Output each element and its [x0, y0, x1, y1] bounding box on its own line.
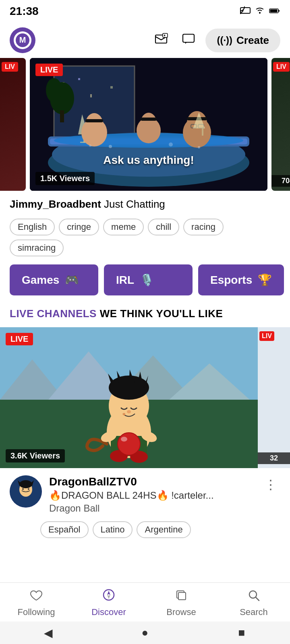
back-button[interactable]: ◀	[36, 625, 60, 641]
stream-category: Just Chatting	[104, 198, 165, 210]
svg-point-77	[22, 488, 24, 490]
nav-label-search: Search	[240, 607, 268, 617]
android-nav-bar: ◀ ● ■	[0, 621, 290, 644]
channel-tag[interactable]: Latino	[93, 521, 133, 538]
wifi-icon	[255, 6, 265, 17]
stream-overlay-text: Ask us anything!	[30, 154, 267, 167]
recents-button[interactable]: ■	[230, 625, 254, 641]
live-badge-main: LIVE	[35, 64, 63, 76]
featured-stream-carousel: LIV	[0, 58, 290, 191]
channel-game: Dragon Ball	[49, 503, 254, 514]
svg-rect-16	[78, 78, 80, 80]
status-time: 21:38	[10, 5, 39, 18]
svg-rect-21	[60, 110, 64, 122]
svg-point-69	[121, 437, 127, 442]
svg-point-34	[141, 113, 157, 134]
nav-icon-following	[30, 589, 43, 605]
channel-tag[interactable]: Argentine	[137, 521, 191, 538]
svg-point-65	[127, 410, 131, 413]
side-viewers-db: 32	[258, 452, 290, 464]
stream-tag[interactable]: simracing	[10, 239, 64, 256]
svg-point-44	[169, 142, 173, 147]
stream-title: Jimmy_Broadbent Just Chatting	[10, 198, 280, 211]
svg-marker-81	[107, 595, 110, 599]
stream-tag[interactable]: chill	[148, 219, 179, 235]
live-badge-left: LIV	[2, 62, 18, 72]
stream-tags: Englishcringememechillracingsimracing	[0, 219, 290, 264]
cat-icon: 🎮	[65, 273, 79, 287]
create-button[interactable]: ((·)) Create	[205, 29, 280, 52]
cat-label: IRL	[116, 274, 134, 287]
nav-label-following: Following	[18, 607, 55, 617]
svg-rect-4	[270, 10, 278, 12]
svg-point-78	[28, 488, 29, 490]
main-stream-card[interactable]: LIVE 1.5K Viewers Ask us anything!	[30, 58, 267, 191]
svg-rect-18	[110, 86, 113, 89]
channel-description: 🔥DRAGON BALL 24HS🔥 !carteler...	[49, 490, 254, 501]
channel-name: DragonBallZTV0	[49, 475, 254, 488]
app-header: M ((·)) Create	[0, 23, 290, 58]
svg-point-31	[85, 113, 103, 136]
category-buttons: Games🎮IRL🎙️Esports🏆	[0, 264, 290, 303]
svg-text:M: M	[19, 35, 26, 44]
battery-icon	[269, 6, 280, 17]
nav-icon-search	[248, 589, 260, 605]
channel-details: DragonBallZTV0 🔥DRAGON BALL 24HS🔥 !carte…	[49, 475, 254, 514]
svg-point-20	[46, 78, 62, 102]
dragon-ball-card[interactable]: LIVE 3.6K Viewers	[0, 327, 258, 468]
category-button-games[interactable]: Games🎮	[10, 264, 98, 295]
cat-label: Esports	[210, 274, 252, 287]
bottom-nav: Following Discover Browse Search	[0, 582, 290, 621]
channel-tag[interactable]: Español	[40, 521, 89, 538]
svg-rect-10	[183, 34, 194, 42]
svg-rect-35	[141, 118, 157, 121]
right-stream-card[interactable]: LIV 704	[271, 58, 290, 191]
side-viewers-right: 704	[271, 175, 290, 187]
svg-rect-83	[178, 592, 186, 600]
nav-item-browse[interactable]: Browse	[157, 589, 205, 617]
svg-point-46	[89, 144, 91, 147]
broadcast-icon: ((·))	[217, 35, 232, 46]
cat-label: Games	[22, 274, 59, 287]
svg-rect-17	[90, 94, 92, 97]
stream-tag[interactable]: cringe	[59, 219, 99, 235]
channel-avatar[interactable]	[10, 475, 42, 508]
section-header: LIVE CHANNELS WE THINK YOU'LL LIKE	[0, 303, 290, 327]
logo-mark: M	[14, 31, 31, 49]
left-stream-card[interactable]: LIV	[0, 58, 26, 191]
logo[interactable]: M	[10, 27, 35, 53]
nav-item-search[interactable]: Search	[230, 589, 278, 617]
category-button-esports[interactable]: Esports🏆	[198, 264, 284, 295]
nav-label-browse: Browse	[166, 607, 196, 617]
nav-label-discover: Discover	[91, 607, 126, 617]
live-badge-db: LIVE	[6, 333, 33, 345]
side-live-card[interactable]: LIV 32	[258, 327, 290, 468]
inbox-icon[interactable]	[151, 29, 172, 52]
nav-icon-discover	[102, 588, 115, 605]
chat-icon[interactable]	[178, 29, 199, 52]
stream-thumbnail	[30, 58, 267, 191]
cast-icon	[240, 6, 251, 17]
svg-point-66	[123, 413, 125, 415]
svg-rect-42	[202, 128, 203, 136]
nav-item-following[interactable]: Following	[12, 589, 60, 617]
channel-info: DragonBallZTV0 🔥DRAGON BALL 24HS🔥 !carte…	[0, 468, 290, 518]
home-button[interactable]: ●	[133, 625, 157, 641]
stream-tag[interactable]: meme	[103, 219, 144, 235]
section-accent: LIVE CHANNELS	[10, 308, 97, 320]
viewers-count: 1.5K Viewers	[35, 172, 95, 185]
live-badge-side: LIV	[259, 331, 274, 341]
svg-line-85	[256, 597, 259, 601]
cat-icon: 🏆	[258, 273, 272, 287]
streamer-name: Jimmy_Broadbent	[10, 198, 101, 210]
live-channel-row: LIVE 3.6K Viewers LIV 32	[0, 327, 290, 468]
nav-item-discover[interactable]: Discover	[85, 588, 133, 617]
more-options-button[interactable]: ⋮	[261, 475, 280, 494]
status-icons	[240, 6, 280, 17]
stream-tag[interactable]: English	[10, 219, 55, 235]
stream-info: Jimmy_Broadbent Just Chatting	[0, 191, 290, 219]
category-button-irl[interactable]: IRL🎙️	[104, 264, 193, 295]
stream-tag[interactable]: racing	[183, 219, 224, 235]
status-bar: 21:38	[0, 0, 290, 23]
svg-marker-80	[107, 591, 110, 595]
